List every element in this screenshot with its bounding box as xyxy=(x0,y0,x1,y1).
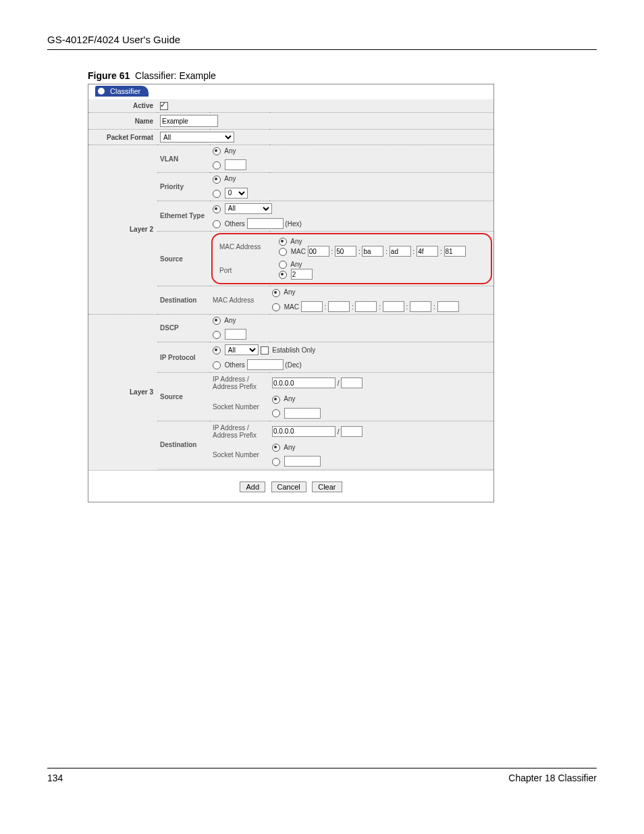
dscp-input[interactable] xyxy=(225,329,246,340)
doc-header: GS-4012F/4024 User's Guide xyxy=(47,34,597,45)
priority-any-radio[interactable] xyxy=(213,176,221,184)
page-number: 134 xyxy=(47,773,63,783)
mac-5[interactable] xyxy=(444,246,466,257)
layer2-label: Layer 2 xyxy=(88,145,157,315)
button-row: Add Cancel Clear xyxy=(88,470,493,502)
name-label: Name xyxy=(88,113,157,130)
establish-only-checkbox[interactable] xyxy=(261,346,269,355)
dscp-any-radio[interactable] xyxy=(213,317,221,325)
ipproto-others-input[interactable] xyxy=(247,359,284,370)
priority-val-radio[interactable] xyxy=(213,190,221,198)
header-rule xyxy=(47,49,597,50)
dst-socket-any-radio[interactable] xyxy=(272,444,280,452)
src-mac-val-radio[interactable] xyxy=(279,248,287,256)
ethtype-others-input[interactable] xyxy=(247,218,284,229)
src-mac-any-radio[interactable] xyxy=(279,238,287,246)
mac-0[interactable] xyxy=(308,246,329,257)
src-ipprefix-label: IP Address / Address Prefix xyxy=(210,373,269,394)
src-socket-any-radio[interactable] xyxy=(272,396,280,404)
dest-mac-label: MAC Address xyxy=(210,286,269,314)
ipproto-label: IP Protocol xyxy=(157,342,210,373)
ethtype-others-radio[interactable] xyxy=(213,220,221,228)
src-socket-label: Socket Number xyxy=(210,393,269,421)
dst-ipprefix-label: IP Address / Address Prefix xyxy=(210,421,269,442)
tab-bar: Classifier xyxy=(88,84,493,99)
priority-label: Priority xyxy=(157,173,210,201)
ethtype-all-radio[interactable] xyxy=(213,205,221,213)
l3-dest-label: Destination xyxy=(157,421,210,469)
dst-mac-any-radio[interactable] xyxy=(272,289,280,297)
port-label: Port xyxy=(217,259,276,282)
cancel-button[interactable]: Cancel xyxy=(271,481,306,492)
vlan-any-text: Any xyxy=(224,147,236,155)
dst-prefix-input[interactable] xyxy=(341,426,363,437)
tab-classifier[interactable]: Classifier xyxy=(95,86,149,97)
l2-source-label: Source xyxy=(157,231,210,286)
vlan-input[interactable] xyxy=(225,159,246,170)
priority-select[interactable]: 0 xyxy=(225,188,248,199)
src-prefix-input[interactable] xyxy=(341,377,363,388)
mac-3[interactable] xyxy=(390,246,411,257)
vlan-label: VLAN xyxy=(157,145,210,173)
active-checkbox[interactable] xyxy=(160,102,168,110)
src-ip-input[interactable] xyxy=(272,377,336,388)
dst-ip-input[interactable] xyxy=(272,426,336,437)
l2-dest-label: Destination xyxy=(157,286,210,314)
dst-mac-val-radio[interactable] xyxy=(272,303,280,311)
page-footer: 134 Chapter 18 Classifier xyxy=(47,768,597,783)
ipproto-others-radio[interactable] xyxy=(213,361,221,369)
src-socket-val-radio[interactable] xyxy=(272,409,280,417)
dscp-label: DSCP xyxy=(157,314,210,342)
src-port-val-radio[interactable] xyxy=(279,271,287,279)
ipproto-select[interactable]: All xyxy=(225,344,259,355)
port-input[interactable] xyxy=(291,269,313,280)
dmac-4[interactable] xyxy=(410,301,431,312)
ethtype-label: Ethernet Type xyxy=(157,201,210,231)
ethtype-select[interactable]: All xyxy=(225,203,272,214)
dmac-3[interactable] xyxy=(383,301,404,312)
dmac-0[interactable] xyxy=(301,301,323,312)
dscp-val-radio[interactable] xyxy=(213,331,221,339)
clear-button[interactable]: Clear xyxy=(312,481,342,492)
active-label: Active xyxy=(88,99,157,113)
dmac-1[interactable] xyxy=(328,301,350,312)
l3-source-label: Source xyxy=(157,373,210,421)
src-socket-input[interactable] xyxy=(284,408,321,419)
packet-format-select[interactable]: All xyxy=(160,132,234,142)
figure-caption: Figure 61 Classifier: Example xyxy=(88,70,597,81)
name-input[interactable] xyxy=(160,115,218,127)
dst-socket-val-radio[interactable] xyxy=(272,458,280,466)
source-highlight: MAC Address Any MAC : : : xyxy=(211,233,492,285)
layer3-label: Layer 3 xyxy=(88,314,157,470)
dmac-2[interactable] xyxy=(355,301,377,312)
classifier-panel: Classifier Active Name xyxy=(88,84,494,502)
dst-socket-input[interactable] xyxy=(284,456,321,467)
dmac-5[interactable] xyxy=(437,301,459,312)
add-button[interactable]: Add xyxy=(240,481,265,492)
src-port-any-radio[interactable] xyxy=(279,261,287,269)
mac-1[interactable] xyxy=(335,246,356,257)
mac-2[interactable] xyxy=(362,246,383,257)
dst-socket-label: Socket Number xyxy=(210,442,269,469)
vlan-any-radio[interactable] xyxy=(213,147,221,155)
packet-format-label: Packet Format xyxy=(88,130,157,145)
mac-4[interactable] xyxy=(417,246,438,257)
ipproto-all-radio[interactable] xyxy=(213,346,221,355)
mac-label: MAC Address xyxy=(217,236,276,259)
chapter-label: Chapter 18 Classifier xyxy=(508,773,597,783)
vlan-val-radio[interactable] xyxy=(213,161,221,170)
